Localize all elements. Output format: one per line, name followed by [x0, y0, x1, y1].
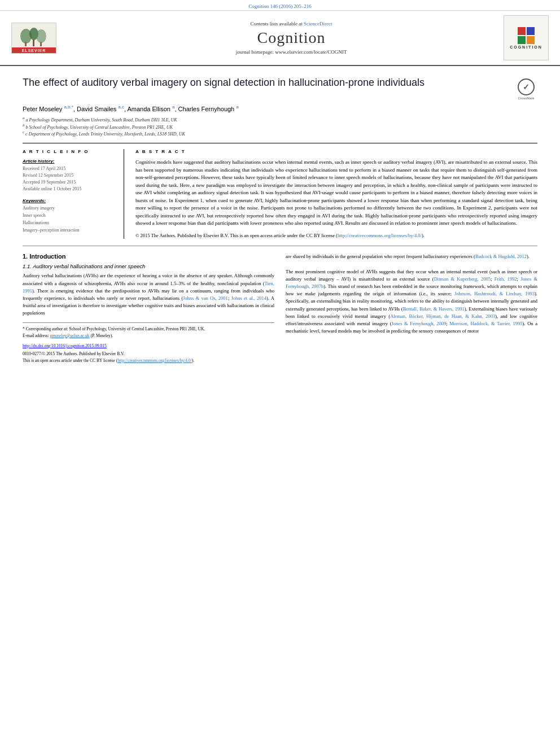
- keyword-4: Imagery–perception interaction: [23, 227, 115, 234]
- intro-section-title: 1. Introduction: [23, 253, 274, 260]
- history-label: Article history:: [23, 159, 115, 164]
- journal-title: Cognition: [79, 29, 504, 47]
- body-left-col: 1. Introduction 1.1. Auditory verbal hal…: [23, 253, 274, 364]
- article-info-header: A R T I C L E I N F O: [23, 149, 115, 154]
- journal-volume-info: Cognition 146 (2016) 205–216: [248, 3, 312, 9]
- abstract-col: A B S T R A C T Cognitive models have su…: [135, 149, 537, 239]
- body-left-text: Auditory verbal hallucinations (AVHs) ar…: [23, 272, 274, 317]
- affiliations: a a Psychology Department, Durham Univer…: [23, 116, 537, 138]
- body-right-text: are shared by individuals in the general…: [286, 253, 537, 335]
- badcock-2012-link[interactable]: Badcock & Hugdahl, 2012: [475, 254, 527, 259]
- body-divider: [23, 246, 537, 246]
- keyword-2: Inner speech: [23, 212, 115, 220]
- morrison-1995-link[interactable]: Morrison, Haddock, & Tarrier, 1995: [449, 321, 522, 326]
- history-received: Received 17 April 2015: [23, 165, 115, 172]
- email-link[interactable]: pmoseley@uclan.ac.uk: [50, 333, 90, 338]
- svg-rect-6: [40, 42, 42, 46]
- email-note: E-mail address: pmoseley@uclan.ac.uk (P.…: [23, 333, 274, 339]
- copyright-line: © 2015 The Authors. Published by Elsevie…: [135, 232, 537, 239]
- abstract-text: Cognitive models have suggested that aud…: [135, 159, 537, 228]
- affiliation-c: c c Department of Psychology, Leeds Trin…: [23, 130, 537, 137]
- cognition-block-orange: [527, 36, 535, 44]
- doi-link[interactable]: http://dx.doi.org/10.1016/j.cognition.20…: [23, 343, 107, 348]
- contents-line: Contents lists available at ScienceDirec…: [79, 21, 504, 27]
- history-available: Available online 1 October 2015: [23, 186, 115, 193]
- bentall-1991-link[interactable]: Bentall, Baker, & Havers, 1991: [403, 306, 465, 312]
- crossmark-text: CrossMark: [518, 97, 534, 100]
- jones-2009-link[interactable]: Jones & Fernyhough, 2009: [392, 321, 447, 326]
- bottom-info: 0010-0277/© 2015 The Authors. Published …: [23, 351, 274, 364]
- keywords-label: Keywords:: [23, 198, 115, 203]
- cognition-block-blue: [527, 27, 535, 35]
- cc-license-link[interactable]: http://creativecommons.org/licenses/by/4…: [338, 233, 422, 238]
- crossmark-circle: ✓: [518, 78, 535, 95]
- affiliation-b: b b School of Psychology, University of …: [23, 123, 537, 130]
- journal-header-center: Contents lists available at ScienceDirec…: [79, 21, 504, 55]
- issn-line: 0010-0277/© 2015 The Authors. Published …: [23, 351, 274, 357]
- history-revised: Revised 12 September 2015: [23, 172, 115, 179]
- bottom-license-link[interactable]: http://creativecommons.org/licenses/by/4…: [117, 358, 192, 363]
- article-title: The effect of auditory verbal imagery on…: [23, 76, 515, 89]
- abstract-header: A B S T R A C T: [135, 149, 537, 154]
- body-two-col: 1. Introduction 1.1. Auditory verbal hal…: [23, 253, 537, 364]
- cognition-logo-container: COGNITION: [504, 15, 549, 60]
- article-title-section: The effect of auditory verbal imagery on…: [23, 72, 537, 100]
- journal-top-bar: Cognition 146 (2016) 205–216: [0, 0, 560, 11]
- svg-rect-5: [33, 40, 34, 46]
- tien-1991-link[interactable]: Tien, 1991: [23, 281, 274, 294]
- cognition-logo-text: COGNITION: [510, 45, 542, 49]
- keyword-3: Hallucinations: [23, 220, 115, 227]
- cognition-logo: COGNITION: [504, 15, 549, 60]
- history-accepted: Accepted 19 September 2015: [23, 179, 115, 186]
- elsevier-logo-container: ELSEVIER: [11, 23, 79, 54]
- johns-2001-link[interactable]: Johns & van Os, 2001: [183, 295, 228, 301]
- article-history: Article history: Received 17 April 2015 …: [23, 159, 115, 193]
- johnson-1993-link[interactable]: Johnson, Hashtroudi, & Lindsay, 1993: [454, 291, 535, 296]
- footnote-section: * Corresponding author at: School of Psy…: [23, 322, 274, 339]
- svg-text:ELSEVIER: ELSEVIER: [22, 49, 46, 53]
- authors-line: Peter Moseley a,b,*, David Smailes a,c, …: [23, 104, 537, 112]
- cognition-block-red: [518, 27, 526, 35]
- johns-2014-link[interactable]: Johns et al., 2014: [231, 295, 266, 301]
- homepage-line: journal homepage: www.elsevier.com/locat…: [79, 49, 504, 55]
- doi-bar: http://dx.doi.org/10.1016/j.cognition.20…: [23, 343, 274, 348]
- elsevier-logo: ELSEVIER: [11, 23, 56, 54]
- crossmark-logo: ✓ CrossMark: [515, 76, 537, 100]
- journal-header: ELSEVIER Contents lists available at Sci…: [0, 11, 560, 66]
- article-info-col: A R T I C L E I N F O Article history: R…: [23, 149, 124, 239]
- aleman-2003-link[interactable]: Aleman, Böcker, Hijman, de Haan, & Kahn,…: [390, 313, 495, 319]
- svg-point-3: [36, 29, 46, 43]
- cognition-block-green: [518, 36, 526, 44]
- keyword-1: Auditory imagery: [23, 205, 115, 212]
- sciencedirect-link[interactable]: ScienceDirect: [304, 21, 332, 27]
- two-col-info: A R T I C L E I N F O Article history: R…: [23, 143, 537, 239]
- body-right-col: are shared by individuals in the general…: [286, 253, 537, 364]
- keywords-section: Keywords: Auditory imagery Inner speech …: [23, 198, 115, 234]
- ditman-2005-link[interactable]: Ditman & Kuperberg, 2005: [434, 276, 491, 282]
- subsection-title: 1.1. Auditory verbal hallucinations and …: [23, 263, 274, 269]
- svg-rect-4: [25, 42, 27, 46]
- frith-1992-link[interactable]: Frith, 1992: [495, 276, 517, 282]
- main-content: The effect of auditory verbal imagery on…: [0, 66, 560, 370]
- corresponding-author-note: * Corresponding author at: School of Psy…: [23, 326, 274, 332]
- license-line: This is an open access article under the…: [23, 357, 274, 364]
- affiliation-a: a a Psychology Department, Durham Univer…: [23, 116, 537, 123]
